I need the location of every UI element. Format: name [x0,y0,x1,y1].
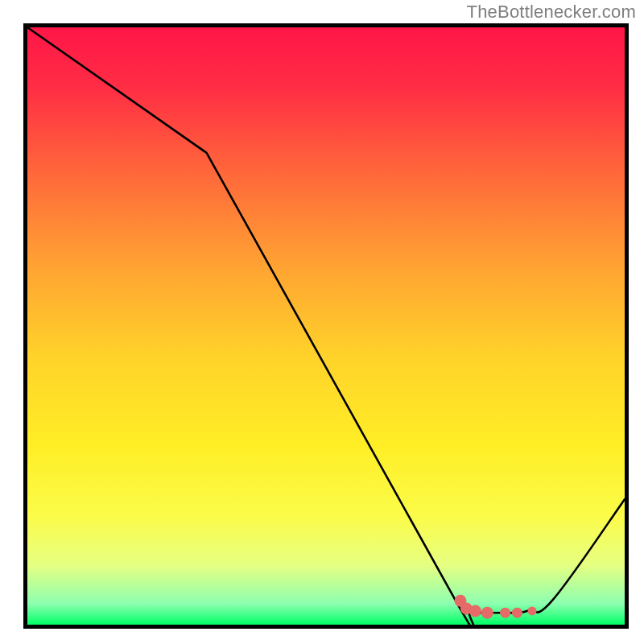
optimal-marker [500,608,510,618]
chart-container: TheBottlenecker.com [0,0,644,644]
gradient-background [27,27,625,625]
optimal-marker [469,605,481,617]
attribution-text: TheBottlenecker.com [467,2,636,23]
optimal-marker [527,606,536,615]
optimal-marker [512,608,522,618]
optimal-marker [481,607,493,619]
plot-frame [23,23,629,629]
plot-svg [27,27,625,625]
